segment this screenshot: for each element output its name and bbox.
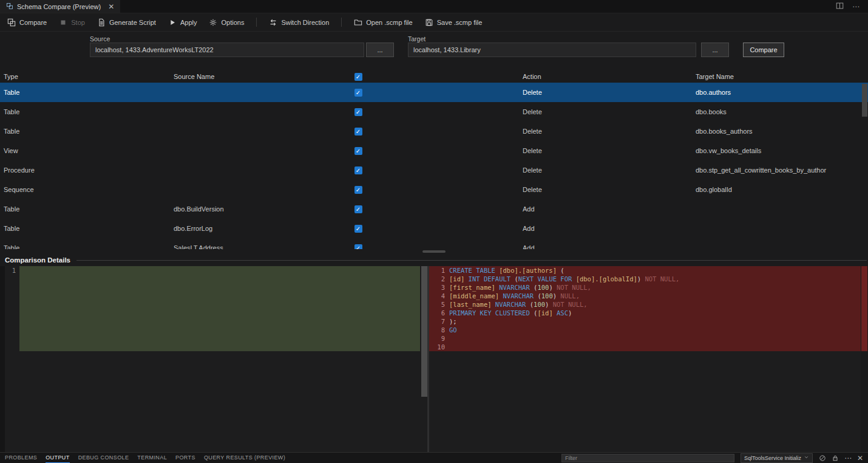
row-include-checkbox[interactable]: ✓ — [354, 108, 362, 116]
row-target-name: dbo.books_authors — [692, 128, 868, 135]
apply-icon — [168, 18, 177, 27]
panel-tab-ports[interactable]: PORTS — [175, 453, 195, 463]
close-icon[interactable]: ✕ — [857, 454, 863, 462]
header-target-name[interactable]: Target Name — [692, 73, 868, 80]
lock-icon[interactable] — [832, 454, 839, 462]
row-action: Delete — [519, 108, 692, 115]
source-input[interactable] — [90, 43, 364, 57]
header-action[interactable]: Action — [519, 73, 692, 80]
output-channel-select[interactable]: SqlToolsService Initializ — [741, 453, 813, 463]
toolbar-options-button[interactable]: Options — [209, 18, 244, 27]
table-row[interactable]: Tabledbo.ErrorLog✓Add — [0, 219, 868, 238]
diff-target-pane[interactable]: 1CREATE TABLE [dbo].[authors] (2[id] INT… — [429, 266, 868, 452]
tab-close-icon[interactable]: ✕ — [108, 3, 114, 10]
row-type: View — [0, 147, 170, 154]
panel-tab-debug-console[interactable]: DEBUG CONSOLE — [78, 453, 129, 463]
comparison-details-title: Comparison Details — [5, 256, 70, 264]
line-number: 8 — [429, 326, 449, 334]
table-row[interactable]: Table✓Deletedbo.books — [0, 102, 868, 122]
grid-scrollbar[interactable] — [862, 84, 867, 117]
row-action: Delete — [519, 89, 692, 96]
source-label: Source — [90, 35, 110, 43]
source-pane-scrollbar[interactable] — [421, 266, 427, 397]
comparison-grid: Type Source Name ✓ Action Target Name Ta… — [0, 70, 868, 249]
line-number: 7 — [429, 317, 449, 326]
toolbar-save-scmp-button[interactable]: Save .scmp file — [425, 18, 483, 27]
row-type: Sequence — [0, 186, 170, 193]
row-type: Table — [0, 89, 170, 96]
more-actions-icon[interactable]: ⋯ — [852, 3, 860, 10]
source-line-number: 1 — [5, 266, 16, 275]
source-browse-button[interactable]: ... — [366, 43, 394, 57]
code-line: 1CREATE TABLE [dbo].[authors] ( — [429, 266, 861, 275]
row-type: Table — [0, 244, 170, 249]
diff-source-pane[interactable]: 1 — [5, 266, 427, 452]
panel-tab-problems[interactable]: PROBLEMS — [5, 453, 37, 463]
toolbar-label: Switch Direction — [281, 19, 329, 26]
table-row[interactable]: Table✓Deletedbo.books_authors — [0, 122, 868, 141]
compare-run-button[interactable]: Compare — [743, 43, 784, 57]
row-include-checkbox[interactable]: ✓ — [354, 128, 362, 135]
toolbar-generate-script-button[interactable]: Generate Script — [97, 18, 156, 27]
table-row[interactable]: View✓Deletedbo.vw_books_details — [0, 141, 868, 160]
row-include-checkbox[interactable]: ✓ — [354, 147, 362, 155]
tab-title: Schema Compare (Preview) — [17, 3, 101, 10]
table-row[interactable]: Tabledbo.BuildVersion✓Add — [0, 199, 868, 219]
header-source-name[interactable]: Source Name — [170, 73, 349, 80]
toolbar-label: Compare — [19, 19, 47, 26]
row-source-name: dbo.ErrorLog — [170, 225, 349, 232]
header-type[interactable]: Type — [0, 73, 170, 80]
code-line: 10 — [429, 343, 861, 351]
line-number: 2 — [429, 275, 449, 283]
diff-added-region — [19, 266, 420, 351]
row-include-checkbox[interactable]: ✓ — [354, 186, 362, 194]
line-number: 1 — [429, 266, 449, 275]
panel-splitter[interactable] — [0, 249, 868, 254]
grid-header-row: Type Source Name ✓ Action Target Name — [0, 70, 868, 83]
row-action: Delete — [519, 186, 692, 193]
schema-compare-toolbar: CompareStopGenerate ScriptApplyOptionsSw… — [0, 13, 868, 32]
row-target-name: dbo.globalId — [692, 186, 868, 193]
panel-tab-terminal[interactable]: TERMINAL — [137, 453, 167, 463]
toolbar-open-scmp-button[interactable]: Open .scmp file — [354, 18, 412, 27]
target-input[interactable] — [408, 43, 696, 57]
bottom-panel-bar: PROBLEMSOUTPUTDEBUG CONSOLETERMINALPORTS… — [0, 452, 868, 463]
line-text: [last_name] NVARCHAR (100) NOT NULL, — [449, 300, 588, 309]
row-action: Add — [519, 205, 692, 213]
toolbar-apply-button[interactable]: Apply — [168, 18, 197, 27]
table-row[interactable]: Sequence✓Deletedbo.globalId — [0, 180, 868, 199]
code-line: 8GO — [429, 326, 861, 334]
more-icon[interactable]: ⋯ — [844, 454, 852, 462]
row-include-checkbox[interactable]: ✓ — [354, 166, 362, 174]
line-text: [id] INT DEFAULT (NEXT VALUE FOR [dbo].[… — [449, 275, 679, 283]
header-select-all-checkbox[interactable]: ✓ — [354, 73, 362, 81]
code-line: 6PRIMARY KEY CLUSTERED ([id] ASC) — [429, 309, 861, 317]
line-text: PRIMARY KEY CLUSTERED ([id] ASC) — [449, 309, 572, 317]
split-editor-icon[interactable] — [836, 2, 844, 11]
target-browse-button[interactable]: ... — [701, 43, 729, 57]
row-include-checkbox[interactable]: ✓ — [354, 89, 362, 97]
output-filter-input[interactable] — [561, 454, 734, 462]
row-include-checkbox[interactable]: ✓ — [354, 205, 362, 213]
row-include-checkbox[interactable]: ✓ — [354, 225, 362, 233]
toolbar-switch-direction-button[interactable]: Switch Direction — [269, 18, 329, 27]
toolbar-compare-button[interactable]: Compare — [7, 18, 47, 27]
line-text: [middle_name] NVARCHAR (100) NULL, — [449, 292, 580, 300]
line-number: 10 — [429, 343, 449, 351]
table-row[interactable]: Procedure✓Deletedbo.stp_get_all_cowritte… — [0, 160, 868, 180]
row-action: Delete — [519, 147, 692, 154]
editor-tab-bar: Schema Compare (Preview) ✕ ⋯ — [0, 0, 868, 13]
tab-schema-compare[interactable]: Schema Compare (Preview) ✕ — [0, 0, 120, 13]
table-row[interactable]: Table✓Deletedbo.authors — [0, 83, 868, 102]
row-include-checkbox[interactable]: ✓ — [354, 244, 362, 250]
connection-section: Source ... Target ... Compare — [0, 32, 868, 70]
panel-tabs: PROBLEMSOUTPUTDEBUG CONSOLETERMINALPORTS… — [5, 453, 285, 463]
chevron-down-icon — [804, 454, 809, 461]
clear-output-icon[interactable] — [819, 454, 826, 462]
table-row[interactable]: TableSalesLT.Address✓Add — [0, 238, 868, 249]
toolbar-separator — [341, 18, 342, 27]
line-number: 9 — [429, 334, 449, 343]
panel-tab-output[interactable]: OUTPUT — [46, 453, 69, 463]
overview-ruler[interactable] — [861, 266, 868, 452]
panel-tab-query-results-preview[interactable]: QUERY RESULTS (PREVIEW) — [204, 453, 285, 463]
